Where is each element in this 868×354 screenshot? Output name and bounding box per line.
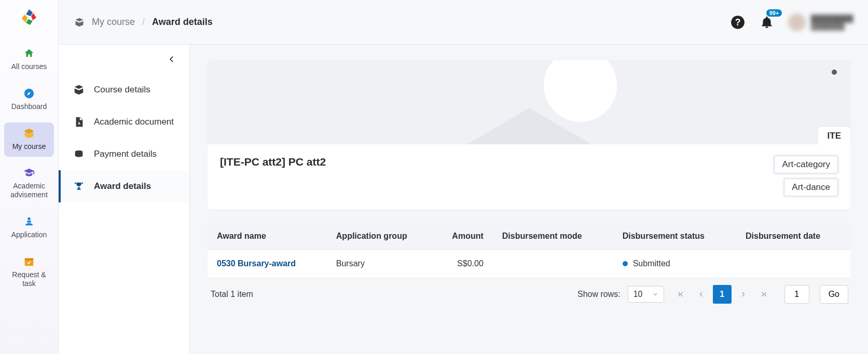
- snav-academic-document[interactable]: A Academic document: [59, 106, 189, 138]
- show-rows-label: Show rows:: [577, 290, 621, 299]
- table-footer: Total 1 item Show rows: 10 1: [208, 278, 850, 307]
- pager-last-button[interactable]: [754, 285, 773, 304]
- chevron-left-icon: [698, 291, 705, 297]
- notifications-button[interactable]: 99+: [759, 15, 775, 30]
- placeholder-image-icon: [467, 108, 591, 144]
- nav-dashboard[interactable]: Dashboard: [4, 83, 54, 117]
- snav-course-details[interactable]: Course details: [59, 74, 189, 106]
- profile-menu[interactable]: ████████ ███████: [788, 13, 853, 31]
- pager: 1: [671, 285, 773, 304]
- profile-sub: ███████: [811, 22, 853, 30]
- chevrons-right-icon: [760, 291, 767, 298]
- go-button[interactable]: Go: [820, 285, 848, 304]
- hero-banner: ITE: [208, 60, 850, 144]
- breadcrumb-parent[interactable]: My course: [92, 17, 135, 28]
- col-application-group[interactable]: Application group: [327, 223, 420, 250]
- hero-menu-dot[interactable]: [832, 70, 837, 75]
- svg-text:?: ?: [735, 17, 741, 27]
- help-button[interactable]: ?: [730, 15, 746, 30]
- profile-name: ████████: [811, 15, 853, 22]
- course-hero-card: ITE [ITE-PC att2] PC att2 Art-category A…: [208, 60, 850, 210]
- nav-academic-advisement[interactable]: Academic advisement: [4, 162, 54, 206]
- table-row: 0530 Bursary-award Bursary S$0.00 Submit…: [208, 250, 850, 278]
- col-disbursement-mode[interactable]: Disbursement mode: [493, 223, 613, 250]
- trophy-icon: [73, 181, 85, 192]
- graduation-cap-icon: [23, 167, 35, 179]
- cell-disb-mode: [493, 250, 613, 278]
- cell-disb-status: Submitted: [613, 250, 736, 278]
- collapse-sidebar-button[interactable]: [164, 52, 179, 66]
- breadcrumb-current: Award details: [152, 17, 213, 28]
- nav-label: Dashboard: [11, 102, 47, 111]
- nav-label: Application: [11, 230, 47, 239]
- svg-marker-2: [26, 19, 33, 25]
- svg-marker-1: [31, 13, 36, 20]
- tag-chip[interactable]: Art-dance: [784, 179, 838, 196]
- col-disbursement-date[interactable]: Disbursement date: [736, 223, 850, 250]
- col-award-name[interactable]: Award name: [208, 223, 327, 250]
- awards-table: Award name Application group Amount Disb…: [208, 223, 850, 278]
- calendar-check-icon: [23, 256, 35, 267]
- svg-text:A: A: [78, 121, 80, 125]
- help-circle-icon: ?: [731, 15, 745, 30]
- home-icon: [23, 48, 35, 59]
- cell-amount: S$0.00: [420, 250, 493, 278]
- snav-award-details[interactable]: Award details: [59, 170, 189, 202]
- secondary-nav: Course details A Academic document Payme…: [59, 45, 190, 354]
- chevron-right-icon: [740, 291, 746, 297]
- reader-icon: [23, 216, 35, 227]
- nav-label: All courses: [11, 62, 47, 71]
- notification-badge: 99+: [766, 9, 782, 17]
- breadcrumb: My course / Award details: [74, 17, 213, 28]
- rows-per-page-select[interactable]: 10: [628, 286, 664, 303]
- nav-label: My course: [12, 142, 46, 151]
- nav-my-course[interactable]: My course: [4, 122, 54, 157]
- page-number-input[interactable]: [784, 285, 809, 304]
- cell-app-group: Bursary: [327, 250, 420, 278]
- chevrons-left-icon: [677, 291, 684, 298]
- course-title: [ITE-PC att2] PC att2: [220, 156, 326, 168]
- nav-all-courses[interactable]: All courses: [4, 43, 54, 77]
- compass-icon: [23, 88, 35, 99]
- awards-table-card: Award name Application group Amount Disb…: [208, 223, 850, 278]
- topbar: My course / Award details ? 99+ ████████…: [59, 0, 868, 45]
- status-dot-icon: [623, 261, 628, 266]
- pager-page-1[interactable]: 1: [713, 285, 732, 304]
- nav-application[interactable]: Application: [4, 211, 54, 246]
- pager-prev-button[interactable]: [692, 285, 711, 304]
- avatar: [788, 13, 806, 31]
- col-disbursement-status[interactable]: Disbursement status: [613, 223, 736, 250]
- nav-label: Request & task: [12, 270, 46, 288]
- box-icon: [23, 128, 35, 139]
- col-amount[interactable]: Amount: [420, 223, 493, 250]
- snav-label: Payment details: [94, 149, 157, 159]
- pager-next-button[interactable]: [734, 285, 752, 304]
- box-icon: [73, 84, 85, 96]
- file-pdf-icon: A: [73, 116, 85, 128]
- snav-label: Award details: [94, 181, 151, 192]
- total-items-label: Total 1 item: [210, 290, 253, 299]
- svg-marker-3: [22, 15, 27, 22]
- primary-nav: All courses Dashboard My course Academic…: [0, 0, 59, 354]
- snav-payment-details[interactable]: Payment details: [59, 138, 189, 170]
- rows-per-page-value: 10: [633, 290, 643, 299]
- app-logo: [19, 7, 39, 28]
- bell-icon: [760, 16, 774, 29]
- tag-chip[interactable]: Art-category: [774, 156, 838, 173]
- snav-label: Course details: [94, 85, 150, 95]
- hero-category-tab[interactable]: ITE: [818, 127, 850, 144]
- coins-icon: [73, 148, 85, 160]
- nav-request-task[interactable]: Request & task: [4, 251, 54, 294]
- breadcrumb-separator: /: [142, 17, 145, 28]
- status-text: Submitted: [633, 259, 670, 268]
- snav-label: Academic document: [94, 117, 174, 127]
- nav-label: Academic advisement: [10, 182, 48, 199]
- award-name-link[interactable]: 0530 Bursary-award: [217, 259, 296, 268]
- content-area: ITE [ITE-PC att2] PC att2 Art-category A…: [190, 45, 868, 354]
- svg-point-5: [27, 217, 31, 221]
- chevron-left-icon: [168, 56, 175, 63]
- svg-marker-0: [26, 9, 33, 16]
- cell-disb-date: [736, 250, 850, 278]
- svg-rect-6: [27, 221, 31, 223]
- pager-first-button[interactable]: [671, 285, 690, 304]
